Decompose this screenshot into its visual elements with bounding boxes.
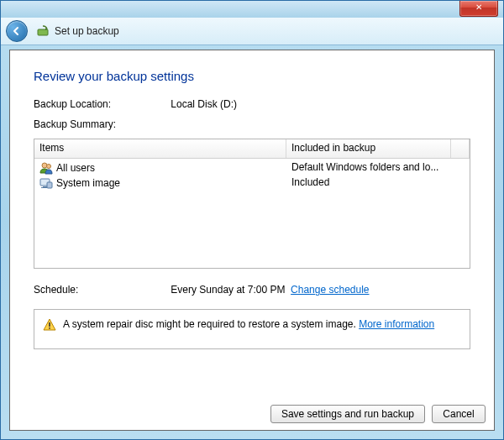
close-button[interactable]: ✕ xyxy=(459,1,498,17)
system-image-icon xyxy=(39,176,53,190)
svg-rect-4 xyxy=(43,186,47,187)
svg-rect-8 xyxy=(49,327,50,329)
schedule-row: Schedule: Every Sunday at 7:00 PM Change… xyxy=(34,284,470,296)
warning-text: A system repair disc might be required t… xyxy=(63,318,434,330)
table-row[interactable]: System image Included xyxy=(34,175,470,191)
navbar: Set up backup xyxy=(1,18,503,45)
col-header-spacer xyxy=(451,139,470,158)
table-row[interactable]: All users Default Windows folders and lo… xyxy=(34,160,470,175)
back-button[interactable] xyxy=(6,20,28,42)
cancel-button[interactable]: Cancel xyxy=(432,405,486,423)
col-header-items[interactable]: Items xyxy=(34,139,286,158)
location-label: Backup Location: xyxy=(34,98,168,110)
summary-table: Items Included in backup xyxy=(34,139,470,269)
wizard-window: ✕ Set up backup Review your backup setti… xyxy=(0,0,504,440)
footer: Save settings and run backup Cancel xyxy=(10,405,494,423)
col-header-included[interactable]: Included in backup xyxy=(286,139,451,158)
row-included: Included xyxy=(286,176,470,190)
row-included: Default Windows folders and lo... xyxy=(286,161,470,175)
summary-label-row: Backup Summary: xyxy=(34,118,470,130)
row-name: System image xyxy=(56,177,120,189)
svg-point-1 xyxy=(42,163,47,168)
table-body: All users Default Windows folders and lo… xyxy=(34,159,470,192)
schedule-value: Every Sunday at 7:00 PM xyxy=(171,284,285,296)
content-panel: Review your backup settings Backup Locat… xyxy=(9,50,495,431)
location-row: Backup Location: Local Disk (D:) xyxy=(34,98,470,110)
back-arrow-icon xyxy=(12,26,22,36)
warning-icon xyxy=(43,318,56,332)
navbar-title: Set up backup xyxy=(55,25,119,37)
row-name: All users xyxy=(56,162,95,174)
backup-icon xyxy=(36,24,50,38)
location-value: Local Disk (D:) xyxy=(171,98,237,110)
svg-rect-7 xyxy=(49,322,50,327)
summary-label: Backup Summary: xyxy=(34,118,116,130)
change-schedule-link[interactable]: Change schedule xyxy=(291,284,369,296)
svg-rect-6 xyxy=(47,182,52,188)
save-run-button[interactable]: Save settings and run backup xyxy=(270,405,425,423)
svg-rect-0 xyxy=(38,29,48,35)
more-info-link[interactable]: More information xyxy=(359,318,434,330)
schedule-label: Schedule: xyxy=(34,284,168,296)
titlebar: ✕ xyxy=(1,1,503,18)
warning-box: A system repair disc might be required t… xyxy=(34,309,470,349)
table-header: Items Included in backup xyxy=(34,139,470,159)
page-heading: Review your backup settings xyxy=(34,69,470,83)
svg-point-2 xyxy=(47,165,51,169)
users-icon xyxy=(39,161,53,175)
